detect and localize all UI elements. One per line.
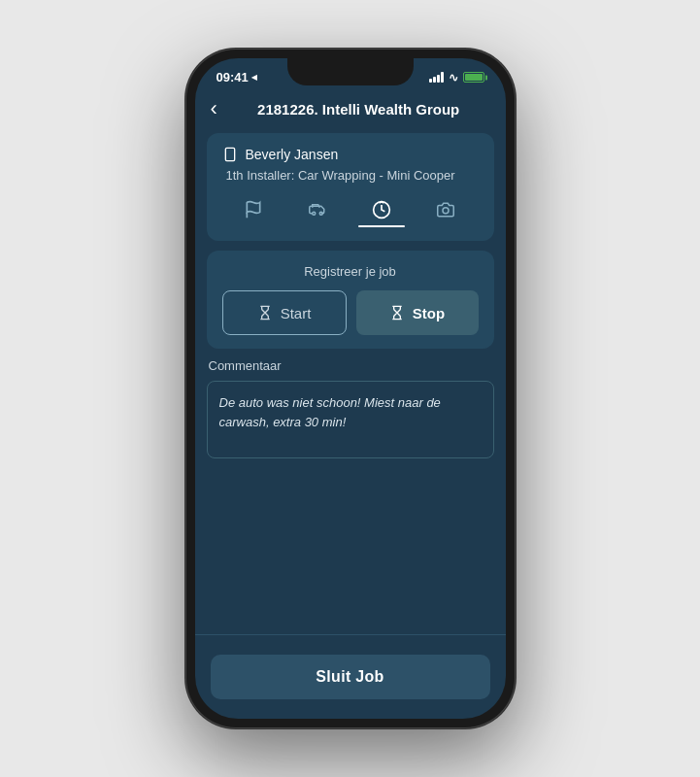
stop-label: Stop xyxy=(413,305,445,321)
title-number: 2181226. xyxy=(257,101,318,118)
bottom-divider xyxy=(195,634,506,635)
signal-icon xyxy=(429,72,444,83)
installer-text: 1th Installer: Car Wrapping - Mini Coope… xyxy=(226,168,479,183)
phone-icon xyxy=(222,147,238,162)
job-buttons: Start Stop xyxy=(222,290,479,335)
start-button[interactable]: Start xyxy=(222,290,347,335)
phone-notch xyxy=(287,58,414,85)
customer-card: Beverly Jansen 1th Installer: Car Wrappi… xyxy=(207,133,494,241)
status-time: 09:41 ◂ xyxy=(217,70,257,84)
tab-car[interactable] xyxy=(293,197,342,226)
camera-icon xyxy=(435,201,456,219)
signal-bar-2 xyxy=(433,77,436,83)
job-register-card: Registreer je job Start Stop xyxy=(207,251,494,349)
signal-bar-3 xyxy=(437,75,440,83)
battery-icon xyxy=(463,72,484,83)
flag-icon xyxy=(244,200,263,220)
wifi-icon: ∿ xyxy=(449,71,458,84)
signal-bar-4 xyxy=(441,72,444,83)
svg-rect-0 xyxy=(225,148,234,160)
car-icon xyxy=(307,201,328,219)
svg-point-3 xyxy=(313,212,316,215)
bottom-section: Sluit Job xyxy=(195,645,506,719)
comment-text[interactable]: De auto was niet schoon! Miest naar de c… xyxy=(207,381,494,458)
tab-clock[interactable] xyxy=(358,196,405,227)
tab-bar xyxy=(222,186,479,227)
job-register-title: Registreer je job xyxy=(222,264,479,279)
title-name: Intelli Wealth Group xyxy=(318,101,460,118)
clock-icon xyxy=(372,200,391,220)
hourglass-start-icon xyxy=(257,303,273,322)
battery-fill xyxy=(465,74,483,81)
back-button[interactable]: ‹ xyxy=(211,96,217,121)
hourglass-stop-icon xyxy=(389,303,405,322)
time-display: 09:41 xyxy=(217,70,249,84)
phone-frame: 09:41 ◂ ∿ ‹ 2181226. Intelli Wealth xyxy=(185,49,516,728)
customer-name: Beverly Jansen xyxy=(246,147,339,162)
main-content: Beverly Jansen 1th Installer: Car Wrappi… xyxy=(195,133,506,634)
svg-point-6 xyxy=(443,208,449,214)
customer-name-row: Beverly Jansen xyxy=(222,147,479,162)
comment-label: Commentaar xyxy=(209,358,494,373)
location-icon: ◂ xyxy=(251,71,257,84)
start-label: Start xyxy=(281,305,312,321)
phone-screen: 09:41 ◂ ∿ ‹ 2181226. Intelli Wealth xyxy=(195,58,506,719)
tab-flag[interactable] xyxy=(230,196,277,227)
tab-camera[interactable] xyxy=(421,197,470,226)
status-icons: ∿ xyxy=(429,71,484,84)
comment-section: Commentaar De auto was niet schoon! Mies… xyxy=(207,358,494,458)
stop-button[interactable]: Stop xyxy=(356,290,479,335)
page-header: ‹ 2181226. Intelli Wealth Group xyxy=(195,88,506,133)
sluit-job-button[interactable]: Sluit Job xyxy=(211,655,490,699)
signal-bar-1 xyxy=(429,79,432,83)
page-title: 2181226. Intelli Wealth Group xyxy=(227,101,490,118)
